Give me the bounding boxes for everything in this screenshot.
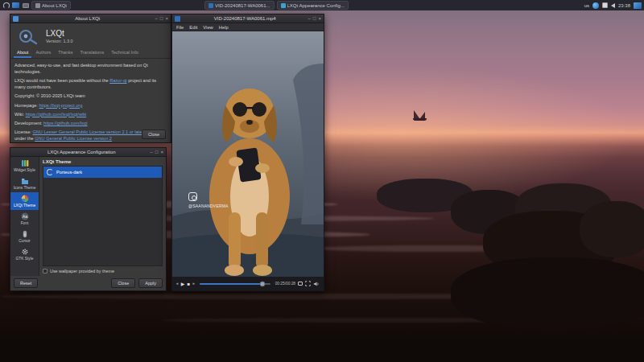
tab-technical-info[interactable]: Technical Info bbox=[108, 48, 142, 58]
sidebar-item-gtk-style[interactable]: GTK Style bbox=[10, 245, 39, 263]
theme-row-porteus-dark[interactable]: Porteus-dark bbox=[43, 167, 162, 178]
menu-edit[interactable]: Edit bbox=[189, 25, 197, 30]
icons-theme-icon bbox=[21, 177, 29, 185]
about-header: LXQt Version: 1.3.0 bbox=[10, 23, 171, 48]
appearance-icon bbox=[281, 3, 286, 8]
development-link[interactable]: https://github.com/lxqt bbox=[43, 121, 87, 125]
lxqt-theme-icon bbox=[21, 195, 29, 203]
taskbar-item-label: LXQt Appearance Config... bbox=[287, 3, 345, 8]
aspect-ratio-icon[interactable] bbox=[298, 282, 303, 286]
maximize-icon[interactable]: □ bbox=[160, 16, 163, 21]
appearance-footer: Reset Close Apply bbox=[10, 276, 166, 291]
close-icon[interactable]: × bbox=[318, 16, 321, 21]
video-frame[interactable]: @SAANANDVERMA bbox=[172, 31, 324, 277]
tab-about[interactable]: About bbox=[14, 48, 31, 58]
removable-media-icon[interactable] bbox=[602, 2, 608, 8]
rock bbox=[580, 201, 644, 257]
video-window-title: VID-20240817-WA0061.mp4 bbox=[182, 16, 308, 21]
sailing-ship-silhouette bbox=[413, 110, 429, 121]
sidebar-item-lxqt-theme[interactable]: LXQt Theme bbox=[10, 192, 39, 210]
maximize-icon[interactable]: □ bbox=[155, 150, 159, 154]
minimize-icon[interactable]: – bbox=[155, 16, 158, 21]
fullscreen-icon[interactable] bbox=[305, 281, 311, 286]
gtk-style-icon bbox=[21, 248, 29, 256]
seek-bar[interactable] bbox=[200, 283, 270, 285]
video-menubar: File Edit View Help bbox=[172, 23, 324, 31]
taskbar-item-about[interactable]: About LXQt bbox=[31, 1, 71, 10]
video-content-dog-on-couch bbox=[172, 31, 324, 277]
wallpaper-checkbox-row[interactable]: Use wallpaper provided by theme bbox=[43, 269, 163, 274]
homepage-link[interactable]: https://lxqt-project.org bbox=[39, 103, 82, 108]
taskbar-item-appearance[interactable]: LXQt Appearance Config... bbox=[277, 1, 349, 10]
about-titlebar[interactable]: About LXQt – □ × bbox=[10, 14, 171, 23]
checkbox-label: Use wallpaper provided by theme bbox=[50, 269, 114, 274]
video-icon bbox=[208, 3, 213, 8]
about-intro: Advanced, easy-to-use, and fast desktop … bbox=[14, 62, 167, 75]
tab-translations[interactable]: Translations bbox=[76, 48, 107, 58]
video-titlebar[interactable]: VID-20240817-WA0061.mp4 – □ × bbox=[172, 14, 324, 23]
checkbox-unchecked[interactable] bbox=[43, 269, 47, 274]
time-display: 00:25/00:28 bbox=[275, 282, 295, 286]
appearance-main: LXQt Theme Porteus-dark Use wallpaper pr… bbox=[39, 157, 166, 276]
about-tabs: About Authors Thanks Translations Techni… bbox=[10, 48, 171, 59]
wiki-link[interactable]: https://github.com/lxqt/lxqt/wiki bbox=[26, 112, 87, 117]
sidebar-item-widget-style[interactable]: Widget Style bbox=[10, 157, 39, 175]
font-icon: Aa bbox=[21, 212, 29, 220]
apply-button[interactable]: Apply bbox=[138, 278, 163, 288]
reset-button[interactable]: Reset bbox=[14, 278, 38, 288]
close-button[interactable]: Close bbox=[111, 278, 135, 288]
play-button[interactable]: ▶ bbox=[181, 282, 185, 286]
about-copyright: Copyright: © 2010-2025 LXQt team bbox=[14, 93, 167, 99]
menu-help[interactable]: Help bbox=[219, 25, 229, 30]
stop-button[interactable]: ■ bbox=[187, 282, 190, 286]
sidebar-item-font[interactable]: Aa Font bbox=[10, 210, 39, 228]
instagram-handle: @SAANANDVERMA bbox=[188, 204, 229, 208]
beach-shadow bbox=[0, 338, 644, 362]
seek-handle[interactable] bbox=[259, 281, 265, 286]
appearance-titlebar[interactable]: LXQt Appearance Configuration – □ × bbox=[10, 148, 166, 157]
close-button[interactable]: Close bbox=[142, 130, 166, 139]
keyboard-layout-indicator[interactable]: us bbox=[584, 3, 589, 8]
volume-icon[interactable] bbox=[611, 3, 615, 8]
tab-authors[interactable]: Authors bbox=[32, 48, 54, 58]
tab-thanks[interactable]: Thanks bbox=[55, 48, 76, 58]
close-icon[interactable]: × bbox=[160, 150, 163, 154]
theme-preview-icon bbox=[47, 169, 53, 175]
minimize-icon[interactable]: – bbox=[308, 16, 311, 21]
next-button[interactable]: » bbox=[192, 282, 195, 286]
speaker-icon[interactable] bbox=[313, 281, 320, 287]
taskbar-item-label: VID-20240817-WA0061... bbox=[215, 3, 270, 8]
about-lxqt-window: About LXQt – □ × LXQt Version: 1.3.0 Abo… bbox=[10, 14, 171, 143]
video-controls: « ▶ ■ » 00:25/00:28 bbox=[172, 277, 324, 290]
theme-list[interactable]: Porteus-dark bbox=[43, 166, 163, 266]
video-watermark: @SAANANDVERMA bbox=[188, 192, 229, 208]
sidebar-item-icons-theme[interactable]: Icons Theme bbox=[10, 175, 39, 192]
taskbar-item-video[interactable]: VID-20240817-WA0061... bbox=[204, 1, 274, 10]
video-window-icon bbox=[175, 16, 180, 22]
desktop-switcher-icon[interactable] bbox=[634, 2, 642, 9]
lgpl-link[interactable]: GNU Lesser General Public License versio… bbox=[32, 130, 143, 134]
gpl-link[interactable]: GNU General Public License version 2 bbox=[35, 136, 112, 141]
close-icon[interactable]: × bbox=[165, 16, 168, 21]
network-icon[interactable] bbox=[592, 2, 599, 9]
menu-view[interactable]: View bbox=[203, 25, 213, 30]
window-icon bbox=[35, 3, 40, 8]
about-window-title: About LXQt bbox=[20, 16, 155, 21]
about-window-icon bbox=[13, 16, 19, 22]
razor-qt-link[interactable]: Razor-qt bbox=[109, 78, 126, 83]
maximize-icon[interactable]: □ bbox=[313, 16, 316, 21]
window-list-icon[interactable] bbox=[22, 2, 29, 9]
theme-name: Porteus-dark bbox=[56, 170, 82, 175]
appearance-window-title: LXQt Appearance Configuration bbox=[13, 150, 151, 154]
minimize-icon[interactable]: – bbox=[151, 150, 153, 154]
about-wiki: Wiki: https://github.com/lxqt/lxqt/wiki bbox=[14, 111, 167, 117]
menu-file[interactable]: File bbox=[176, 25, 184, 30]
clock[interactable]: 23:38 bbox=[618, 3, 630, 8]
sidebar-item-cursor[interactable]: Cursor bbox=[10, 228, 39, 245]
instagram-icon bbox=[188, 192, 197, 201]
show-desktop-icon[interactable] bbox=[12, 2, 19, 9]
widget-style-icon bbox=[21, 159, 29, 167]
app-menu-icon[interactable] bbox=[2, 2, 10, 9]
appearance-sidebar: Widget Style Icons Theme LXQt Theme Aa F… bbox=[10, 157, 39, 276]
previous-button[interactable]: « bbox=[176, 282, 179, 286]
